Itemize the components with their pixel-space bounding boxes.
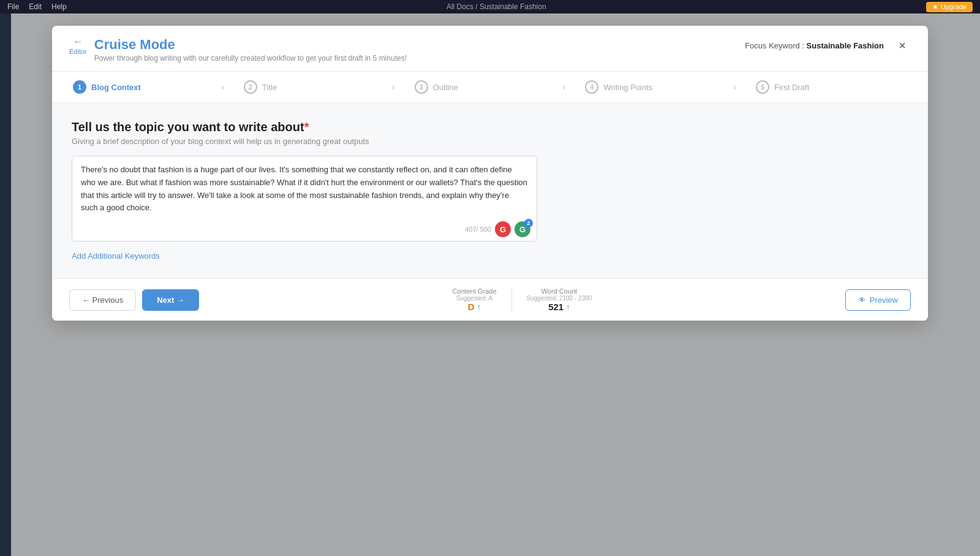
step-label-2: Title <box>262 83 277 92</box>
grammar-check-icon[interactable]: G 2 <box>514 221 530 237</box>
menu-file[interactable]: File <box>7 2 19 11</box>
char-count: 407/ 500 <box>465 226 491 233</box>
content-grade-label: Content Grade <box>452 288 496 295</box>
chevron-4-icon: › <box>734 82 737 92</box>
section-heading: Tell us the topic you want to write abou… <box>72 120 908 134</box>
top-bar: File Edit Help All Docs / Sustainable Fa… <box>0 0 980 13</box>
title-block: Cruise Mode Power through blog writing w… <box>94 37 407 63</box>
modal-header: ← Editor Cruise Mode Power through blog … <box>52 26 928 72</box>
step-num-5: 5 <box>756 80 769 94</box>
textarea-bottom-bar: 407/ 500 G G 2 <box>465 221 530 237</box>
chevron-3-icon: › <box>563 82 566 92</box>
focus-keyword: Focus Keyword : Sustainable Fashion <box>745 41 884 50</box>
step-blog-context[interactable]: 1 Blog Context › <box>63 72 234 102</box>
upgrade-button[interactable]: ★ Upgrade <box>926 2 973 12</box>
step-writing-points[interactable]: 4 Writing Points › <box>575 72 746 102</box>
grammarly-icon[interactable]: G <box>495 221 511 237</box>
step-title[interactable]: 2 Title › <box>234 72 405 102</box>
next-button[interactable]: Next → <box>142 289 199 311</box>
top-bar-right: ★ Upgrade <box>926 2 973 12</box>
back-label: Editor <box>69 48 87 55</box>
section-description: Giving a brief description of your blog … <box>72 137 908 146</box>
footer-divider <box>511 289 512 311</box>
chevron-1-icon: › <box>221 82 224 92</box>
step-label-3: Outline <box>433 83 458 92</box>
modal-overlay: ← Editor Cruise Mode Power through blog … <box>0 13 980 556</box>
step-outline[interactable]: 3 Outline › <box>405 72 576 102</box>
step-num-3: 3 <box>415 80 428 94</box>
cruise-mode-modal: ← Editor Cruise Mode Power through blog … <box>52 26 928 321</box>
grade-up-arrow-icon: ↑ <box>477 302 481 311</box>
footer-nav-buttons: ← Previous Next → <box>69 289 199 311</box>
step-label-5: First Draft <box>774 83 809 92</box>
close-button[interactable]: × <box>894 37 911 54</box>
header-left: ← Editor Cruise Mode Power through blog … <box>69 37 407 63</box>
menu-edit[interactable]: Edit <box>29 2 42 11</box>
step-num-4: 4 <box>585 80 598 94</box>
add-keywords-link[interactable]: Add Additional Keywords <box>72 251 160 261</box>
step-num-2: 2 <box>244 80 257 94</box>
word-count-stat: Word Count Suggested: 2100 - 2300 521 ↑ <box>527 288 592 312</box>
step-navigation: 1 Blog Context › 2 Title › 3 Outline › 4… <box>52 72 928 103</box>
focus-keyword-value: Sustainable Fashion <box>807 41 884 50</box>
previous-button[interactable]: ← Previous <box>69 289 136 311</box>
modal-body: Tell us the topic you want to write abou… <box>52 103 928 278</box>
modal-title: Cruise Mode <box>94 37 407 53</box>
word-count-label: Word Count <box>541 288 578 295</box>
footer-stats: Content Grade Suggested: A D ↑ Word Coun… <box>452 288 592 312</box>
textarea-wrapper: 407/ 500 G G 2 <box>72 156 537 242</box>
modal-footer: ← Previous Next → Content Grade Suggeste… <box>52 278 928 321</box>
step-label-4: Writing Points <box>603 83 652 92</box>
back-arrow-icon: ← <box>73 37 83 47</box>
chevron-2-icon: › <box>392 82 395 92</box>
preview-button[interactable]: 👁 Preview <box>845 289 911 311</box>
back-button[interactable]: ← Editor <box>69 37 87 55</box>
word-count-up-arrow-icon: ↑ <box>566 302 570 311</box>
content-grade-value: D ↑ <box>468 302 481 312</box>
menu-bar: File Edit Help <box>7 2 67 11</box>
preview-eye-icon: 👁 <box>858 295 866 305</box>
word-count-value: 521 ↑ <box>548 302 570 312</box>
menu-help[interactable]: Help <box>51 2 67 11</box>
breadcrumb: All Docs / Sustainable Fashion <box>77 2 916 11</box>
header-right: Focus Keyword : Sustainable Fashion × <box>745 37 911 54</box>
step-label-1: Blog Context <box>91 83 141 92</box>
word-count-suggested: Suggested: 2100 - 2300 <box>527 295 592 302</box>
grammar-badge: 2 <box>524 219 533 227</box>
step-num-1: 1 <box>73 80 86 94</box>
required-star: * <box>304 120 309 134</box>
content-grade-suggested: Suggested: A <box>456 295 493 302</box>
blog-context-textarea[interactable] <box>81 164 528 219</box>
modal-subtitle: Power through blog writing with our care… <box>94 54 407 63</box>
step-first-draft[interactable]: 5 First Draft <box>746 72 917 102</box>
content-grade-stat: Content Grade Suggested: A D ↑ <box>452 288 496 312</box>
